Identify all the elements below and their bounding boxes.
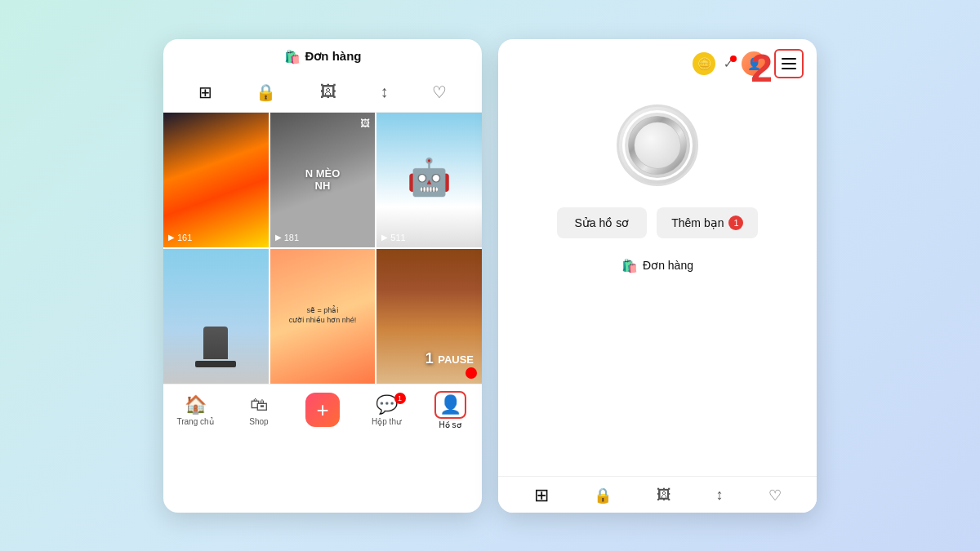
shop-text: N MÈO NH <box>296 167 349 192</box>
right-tab-repost[interactable]: ↕ <box>716 487 724 504</box>
pause-number: 1 <box>425 350 434 367</box>
video-cell-4[interactable] <box>163 249 269 384</box>
tab-lock-icon[interactable]: 🔒 <box>249 79 283 105</box>
screens-container: 🛍️ Đơn hàng ⊞ 🔒 🖼 ↕ ♡ ▶ 161 N MÈO NH 🖼 <box>163 39 817 513</box>
bottom-nav-left: 🏠 Trang chủ 🛍 Shop + 💬 1 Hộp thư 👤 Hồ sơ <box>163 384 482 438</box>
menu-button[interactable] <box>774 49 804 78</box>
menu-line-3 <box>782 68 796 69</box>
filter-tabs-left: ⊞ 🔒 🖼 ↕ ♡ <box>163 74 482 113</box>
order-section: 🛍️ Đơn hàng <box>498 251 817 280</box>
video-cell-1[interactable]: ▶ 161 <box>163 113 269 247</box>
edit-profile-button[interactable]: Sửa hồ sơ <box>557 207 648 238</box>
video-cell-5[interactable]: sẽ = phảicười nhiều hơn nhé! <box>270 249 376 384</box>
pause-badge <box>466 367 477 379</box>
tab-repost-icon[interactable]: ↕ <box>374 79 395 104</box>
nav-inbox[interactable]: 💬 1 Hộp thư <box>364 394 409 426</box>
shop-label: Shop <box>249 417 268 426</box>
profile-avatar <box>625 113 690 178</box>
menu-line-2 <box>782 63 796 64</box>
add-friend-label: Thêm bạn <box>671 216 724 229</box>
image-overlay-icon: 🖼 <box>360 118 370 129</box>
video-grid: ▶ 161 N MÈO NH 🖼 ▶ 181 🤖 ▶ 511 <box>163 113 482 384</box>
video-count-1: ▶ 161 <box>168 233 192 242</box>
checkmark-container: ✓ <box>724 57 733 70</box>
right-bottom-tabs: ⊞ 🔒 🖼 ↕ ♡ <box>498 476 817 513</box>
profile-icon: 👤 <box>439 394 461 415</box>
svg-point-1 <box>631 119 684 171</box>
right-tab-like[interactable]: ♡ <box>768 487 782 504</box>
tab-grid-icon[interactable]: ⊞ <box>192 79 219 105</box>
inbox-badge: 1 <box>394 393 406 404</box>
video-count-2: ▶ 181 <box>275 233 299 242</box>
action-buttons: Sửa hồ sơ Thêm bạn 1 <box>498 194 817 251</box>
home-label: Trang chủ <box>176 417 213 426</box>
add-friend-badge: 1 <box>728 216 743 230</box>
profile-ring[interactable] <box>617 104 698 186</box>
left-header-title: Đơn hàng <box>305 49 362 64</box>
right-top-bar: 🪙 ✓ 👤 2 <box>498 39 817 88</box>
order-label: Đơn hàng <box>643 259 693 272</box>
right-tab-image[interactable]: 🖼 <box>657 487 671 504</box>
add-friend-button[interactable]: Thêm bạn 1 <box>657 207 758 238</box>
nav-plus[interactable]: + <box>301 393 345 427</box>
right-tab-grid[interactable]: ⊞ <box>534 485 549 506</box>
notification-dot <box>730 56 737 62</box>
home-icon: 🏠 <box>185 394 207 415</box>
profile-nav-highlight: 👤 <box>434 391 466 419</box>
tab-like-icon[interactable]: ♡ <box>425 79 453 105</box>
video-cell-2[interactable]: N MÈO NH 🖼 ▶ 181 <box>270 113 376 247</box>
video-cell-6[interactable]: 1 PAUSE <box>376 249 482 384</box>
video-count-3: ▶ 511 <box>381 233 405 242</box>
coin-icon: 🪙 <box>693 52 715 75</box>
ring-svg <box>625 113 690 178</box>
tab-image-icon[interactable]: 🖼 <box>314 79 343 104</box>
right-screen-content: 🪙 ✓ 👤 2 <box>498 39 817 513</box>
plus-button[interactable]: + <box>305 393 340 427</box>
bag-icon-left: 🛍️ <box>284 49 301 64</box>
order-bag-icon: 🛍️ <box>621 258 638 273</box>
cell-text-content: sẽ = phảicười nhiều hơn nhé! <box>286 303 360 328</box>
shop-icon: 🛍 <box>250 394 268 415</box>
menu-line-1 <box>782 58 796 60</box>
video-cell-3[interactable]: 🤖 ▶ 511 <box>376 113 482 247</box>
left-header: 🛍️ Đơn hàng <box>163 39 482 74</box>
profile-avatar-container <box>498 88 817 194</box>
nav-shop[interactable]: 🛍 Shop <box>237 394 282 426</box>
right-phone-screen: 🪙 ✓ 👤 2 <box>498 39 817 513</box>
inbox-label: Hộp thư <box>372 417 401 426</box>
step-number: 2 <box>751 46 773 91</box>
right-tab-lock[interactable]: 🔒 <box>594 487 612 504</box>
nav-home[interactable]: 🏠 Trang chủ <box>173 394 218 426</box>
profile-nav-label: Hồ sơ <box>439 420 461 429</box>
nav-profile[interactable]: 👤 Hồ sơ <box>428 391 473 429</box>
left-phone-screen: 🛍️ Đơn hàng ⊞ 🔒 🖼 ↕ ♡ ▶ 161 N MÈO NH 🖼 <box>163 39 482 513</box>
